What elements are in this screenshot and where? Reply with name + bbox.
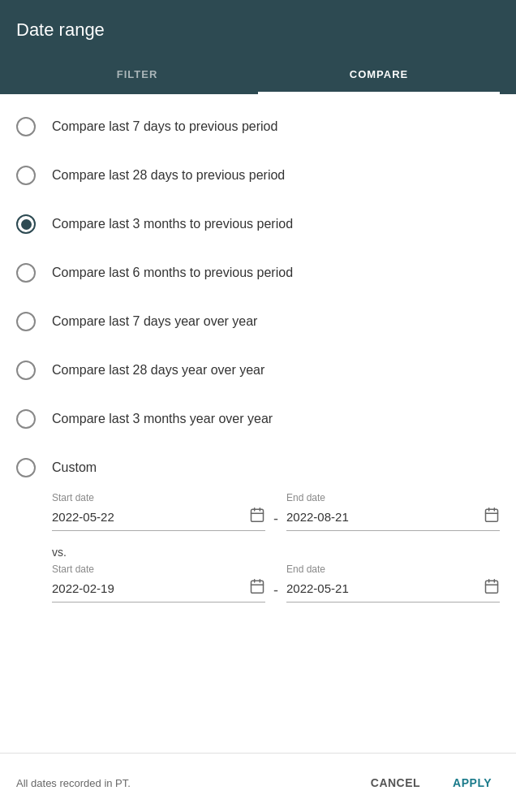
option-7days-yoy[interactable]: Compare last 7 days year over year bbox=[0, 297, 516, 346]
option-6months-prev-label: Compare last 6 months to previous period bbox=[52, 266, 293, 280]
option-28days-prev-label: Compare last 28 days to previous period bbox=[52, 168, 285, 183]
radio-7days-prev[interactable] bbox=[16, 117, 36, 136]
radio-6months-prev[interactable] bbox=[16, 263, 36, 283]
radio-28days-yoy[interactable] bbox=[16, 361, 36, 380]
page-title: Date range bbox=[16, 19, 500, 41]
option-28days-prev[interactable]: Compare last 28 days to previous period bbox=[0, 151, 516, 200]
period1-row: Start date 2022-05-22 - End date bbox=[52, 492, 500, 531]
period2-row: Start date 2022-02-19 - End date bbox=[52, 564, 500, 603]
svg-rect-0 bbox=[252, 509, 264, 521]
radio-3months-prev[interactable] bbox=[16, 214, 36, 234]
period2-start-label: Start date bbox=[52, 564, 265, 575]
tab-filter[interactable]: FILTER bbox=[16, 57, 258, 94]
option-28days-yoy[interactable]: Compare last 28 days year over year bbox=[0, 346, 516, 395]
period1-dash: - bbox=[273, 496, 278, 528]
period2-start-calendar-icon[interactable] bbox=[249, 578, 265, 598]
tab-compare[interactable]: COMPARE bbox=[258, 57, 500, 94]
period2-start-group: Start date 2022-02-19 bbox=[52, 564, 265, 603]
period2-start-input[interactable]: 2022-02-19 bbox=[52, 578, 265, 603]
period1-end-label: End date bbox=[286, 492, 500, 503]
option-7days-yoy-label: Compare last 7 days year over year bbox=[52, 314, 257, 329]
header: Date range FILTER COMPARE bbox=[0, 0, 516, 94]
tabs: FILTER COMPARE bbox=[16, 57, 500, 94]
period1-start-label: Start date bbox=[52, 492, 265, 503]
option-3months-prev-label: Compare last 3 months to previous period bbox=[52, 217, 293, 231]
period2-end-label: End date bbox=[286, 564, 500, 575]
footer-note: All dates recorded in PT. bbox=[16, 777, 131, 789]
radio-28days-prev[interactable] bbox=[16, 166, 36, 185]
cancel-button[interactable]: CANCEL bbox=[363, 770, 428, 796]
svg-rect-12 bbox=[486, 581, 498, 593]
period1-end-calendar-icon[interactable] bbox=[484, 507, 500, 527]
radio-3months-yoy[interactable] bbox=[16, 409, 36, 429]
option-28days-yoy-label: Compare last 28 days year over year bbox=[52, 363, 264, 378]
option-7days-prev-label: Compare last 7 days to previous period bbox=[52, 119, 277, 134]
period1-start-group: Start date 2022-05-22 bbox=[52, 492, 265, 531]
period2-end-calendar-icon[interactable] bbox=[484, 578, 500, 598]
period1-start-input[interactable]: 2022-05-22 bbox=[52, 507, 265, 531]
option-custom[interactable]: Custom bbox=[0, 443, 516, 492]
period2-dash: - bbox=[273, 568, 278, 599]
footer-buttons: CANCEL APPLY bbox=[363, 770, 500, 796]
radio-custom[interactable] bbox=[16, 458, 36, 477]
period1-end-value: 2022-08-21 bbox=[286, 510, 484, 524]
footer: All dates recorded in PT. CANCEL APPLY bbox=[0, 753, 516, 812]
period1-start-value: 2022-05-22 bbox=[52, 510, 249, 524]
apply-button[interactable]: APPLY bbox=[445, 770, 500, 796]
option-3months-yoy-label: Compare last 3 months year over year bbox=[52, 412, 273, 426]
options-list: Compare last 7 days to previous period C… bbox=[0, 94, 516, 753]
option-7days-prev[interactable]: Compare last 7 days to previous period bbox=[0, 102, 516, 151]
period2-start-value: 2022-02-19 bbox=[52, 581, 249, 595]
period2-end-value: 2022-05-21 bbox=[286, 581, 484, 595]
option-custom-label: Custom bbox=[52, 460, 97, 475]
radio-7days-yoy[interactable] bbox=[16, 312, 36, 331]
period1-end-group: End date 2022-08-21 bbox=[286, 492, 500, 531]
period1-start-calendar-icon[interactable] bbox=[249, 507, 265, 527]
svg-rect-4 bbox=[486, 509, 498, 521]
period2-end-input[interactable]: 2022-05-21 bbox=[286, 578, 500, 603]
vs-label: vs. bbox=[52, 546, 500, 559]
period1-end-input[interactable]: 2022-08-21 bbox=[286, 507, 500, 531]
option-3months-yoy[interactable]: Compare last 3 months year over year bbox=[0, 395, 516, 443]
svg-rect-8 bbox=[252, 581, 264, 593]
period2-end-group: End date 2022-05-21 bbox=[286, 564, 500, 603]
custom-section: Start date 2022-05-22 - End date bbox=[0, 492, 516, 625]
option-3months-prev[interactable]: Compare last 3 months to previous period bbox=[0, 200, 516, 248]
option-6months-prev[interactable]: Compare last 6 months to previous period bbox=[0, 248, 516, 297]
